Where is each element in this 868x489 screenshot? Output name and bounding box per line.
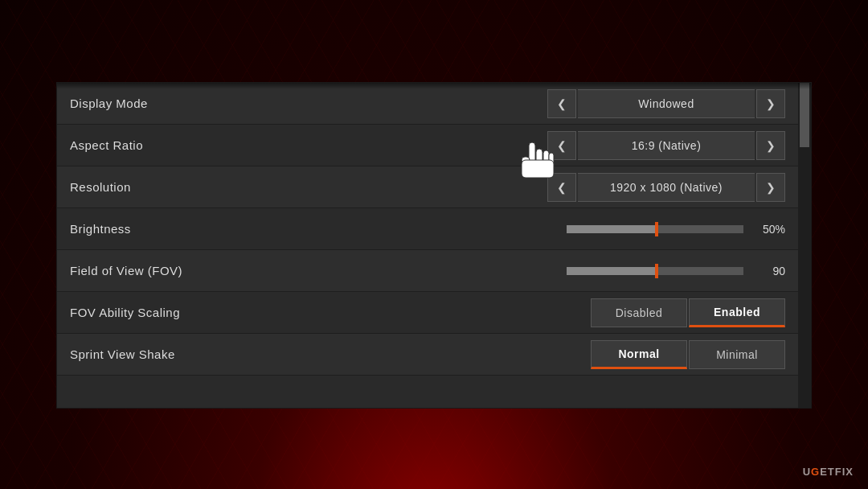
settings-rows: Display Mode❮Windowed❯Aspect Ratio❮16:9 … [57,83,798,408]
btn-group-fov-ability-scaling: DisabledEnabled [591,298,785,327]
toggle-btn-fov-ability-scaling-disabled[interactable]: Disabled [591,298,687,327]
setting-row-resolution: Resolution❮1920 x 1080 (Native)❯ [57,166,798,208]
arrow-control-aspect-ratio: ❮16:9 (Native)❯ [547,131,785,160]
arrow-left-btn-display-mode[interactable]: ❮ [547,89,576,118]
setting-row-fov: Field of View (FOV)90 [57,250,798,292]
scrollbar-thumb[interactable] [800,83,809,147]
setting-control-fov: 90 [327,265,785,277]
arrow-right-btn-aspect-ratio[interactable]: ❯ [756,131,785,160]
settings-panel: Display Mode❮Windowed❯Aspect Ratio❮16:9 … [56,82,812,409]
setting-control-display-mode: ❮Windowed❯ [327,89,785,118]
setting-label-fov-ability-scaling: FOV Ability Scaling [70,306,327,319]
slider-handle-fov[interactable] [655,264,658,278]
toggle-btn-sprint-view-shake-normal[interactable]: Normal [591,340,687,369]
setting-label-sprint-view-shake: Sprint View Shake [70,347,327,361]
btn-group-sprint-view-shake: NormalMinimal [591,340,785,369]
watermark: UGETFIX [803,466,854,478]
watermark-g: G [811,466,820,478]
slider-track-brightness[interactable] [567,225,743,233]
panel-shadow [57,83,811,89]
slider-control-fov[interactable]: 90 [567,265,785,277]
value-display-display-mode: Windowed [578,89,755,118]
watermark-u: U [803,466,811,478]
arrow-left-btn-resolution[interactable]: ❮ [547,173,576,202]
setting-control-fov-ability-scaling: DisabledEnabled [327,298,785,327]
setting-row-sprint-view-shake: Sprint View ShakeNormalMinimal [57,334,798,376]
setting-label-resolution: Resolution [70,180,327,194]
value-display-resolution: 1920 x 1080 (Native) [578,173,755,202]
slider-fill-fov [567,267,655,275]
toggle-btn-sprint-view-shake-minimal[interactable]: Minimal [689,340,785,369]
setting-label-fov: Field of View (FOV) [70,264,327,277]
arrow-control-resolution: ❮1920 x 1080 (Native)❯ [547,173,785,202]
setting-control-brightness: 50% [327,223,785,236]
value-display-aspect-ratio: 16:9 (Native) [578,131,755,160]
setting-control-sprint-view-shake: NormalMinimal [327,340,785,369]
toggle-btn-fov-ability-scaling-enabled[interactable]: Enabled [689,298,785,327]
slider-fill-brightness [567,225,655,233]
scrollbar[interactable] [798,83,811,408]
arrow-control-display-mode: ❮Windowed❯ [547,89,785,118]
setting-control-resolution: ❮1920 x 1080 (Native)❯ [327,173,785,202]
setting-row-fov-ability-scaling: FOV Ability ScalingDisabledEnabled [57,292,798,334]
watermark-rest: ETFIX [820,466,854,478]
slider-track-fov[interactable] [567,267,743,275]
slider-handle-brightness[interactable] [655,222,658,236]
setting-label-aspect-ratio: Aspect Ratio [70,138,327,152]
slider-control-brightness[interactable]: 50% [567,223,785,236]
setting-row-brightness: Brightness50% [57,208,798,250]
setting-label-brightness: Brightness [70,222,327,236]
slider-value-fov: 90 [753,265,785,277]
arrow-right-btn-display-mode[interactable]: ❯ [756,89,785,118]
setting-row-aspect-ratio: Aspect Ratio❮16:9 (Native)❯ [57,125,798,166]
arrow-left-btn-aspect-ratio[interactable]: ❮ [547,131,576,160]
arrow-right-btn-resolution[interactable]: ❯ [756,173,785,202]
slider-value-brightness: 50% [753,223,785,236]
setting-label-display-mode: Display Mode [70,97,327,110]
setting-control-aspect-ratio: ❮16:9 (Native)❯ [327,131,785,160]
